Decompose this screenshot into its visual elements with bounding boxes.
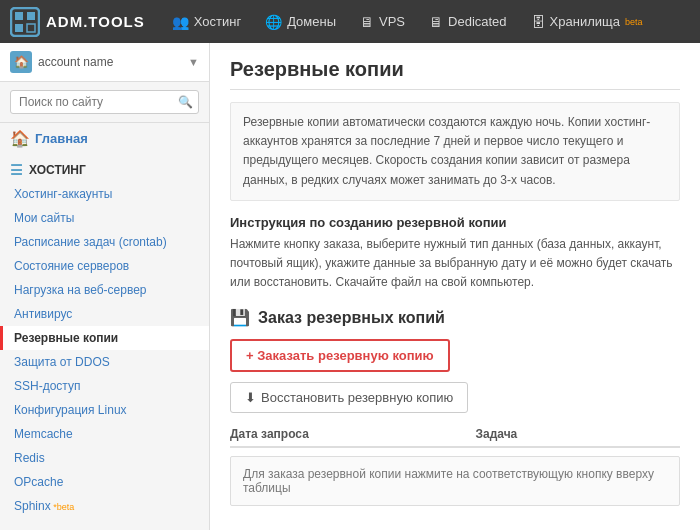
sidebar-item-my-sites[interactable]: Мои сайты [0, 206, 209, 230]
svg-rect-3 [15, 24, 23, 32]
table-header: Дата запроса Задача [230, 427, 680, 448]
account-dropdown-arrow: ▼ [188, 56, 199, 68]
table-empty-message: Для заказа резервной копии нажмите на со… [230, 456, 680, 506]
svg-rect-2 [27, 12, 35, 20]
sidebar-item-memcache[interactable]: Memcache [0, 422, 209, 446]
nav-dedicated-label: Dedicated [448, 14, 507, 29]
sidebar-item-linux-config[interactable]: Конфигурация Linux [0, 398, 209, 422]
hosting-section-label: ХОСТИНГ [29, 163, 86, 177]
sidebar: 🏠 account name ▼ 🔍 🏠 Главная ☰ ХОСТИНГ Х… [0, 43, 210, 530]
restore-backup-button[interactable]: ⬇ Восстановить резервную копию [230, 382, 468, 413]
sidebar-item-opcache[interactable]: OPcache [0, 470, 209, 494]
sidebar-item-backups[interactable]: Резервные копии [0, 326, 209, 350]
instruction-text: Нажмите кнопку заказа, выберите нужный т… [230, 235, 680, 293]
hosting-section-header: ☰ ХОСТИНГ [0, 154, 209, 182]
backup-icon: 💾 [230, 308, 250, 327]
info-text: Резервные копии автоматически создаются … [243, 113, 667, 190]
dedicated-icon: 🖥 [429, 14, 443, 30]
sphinx-beta-badge: *beta [51, 502, 75, 512]
nav-domains-label: Домены [287, 14, 336, 29]
svg-rect-4 [27, 24, 35, 32]
nav-storage[interactable]: 🗄 Хранилищаbeta [519, 0, 655, 43]
search-icon: 🔍 [178, 95, 193, 109]
sidebar-item-redis[interactable]: Redis [0, 446, 209, 470]
storage-beta-badge: beta [625, 17, 643, 27]
account-name: account name [38, 55, 182, 69]
main-content: Резервные копии Резервные копии автомати… [210, 43, 700, 530]
action-buttons-row: + Заказать резервную копию ⬇ Восстановит… [230, 339, 680, 413]
restore-download-icon: ⬇ [245, 390, 256, 405]
home-icon: 🏠 [10, 129, 30, 148]
restore-backup-label: Восстановить резервную копию [261, 390, 453, 405]
storage-icon: 🗄 [531, 14, 545, 30]
sidebar-item-antivirus[interactable]: Антивирус [0, 302, 209, 326]
nav-vps-label: VPS [379, 14, 405, 29]
main-layout: 🏠 account name ▼ 🔍 🏠 Главная ☰ ХОСТИНГ Х… [0, 43, 700, 530]
logo-text: ADM.TOOLS [46, 13, 145, 30]
sidebar-item-ddos[interactable]: Защита от DDOS [0, 350, 209, 374]
domains-icon: 🌐 [265, 14, 282, 30]
search-container: 🔍 [0, 82, 209, 123]
sidebar-item-web-load[interactable]: Нагрузка на веб-сервер [0, 278, 209, 302]
order-backup-button[interactable]: + Заказать резервную копию [230, 339, 450, 372]
account-selector[interactable]: 🏠 account name ▼ [0, 43, 209, 82]
sidebar-item-ssh[interactable]: SSH-доступ [0, 374, 209, 398]
logo[interactable]: ADM.TOOLS [10, 7, 145, 37]
top-navigation: ADM.TOOLS 👥 Хостинг 🌐 Домены 🖥 VPS 🖥 Ded… [0, 0, 700, 43]
sidebar-home[interactable]: 🏠 Главная [0, 123, 209, 154]
backup-section-title: 💾 Заказ резервных копий [230, 308, 680, 327]
sidebar-item-sphinx[interactable]: Sphinx *beta [0, 494, 209, 518]
sidebar-item-server-status[interactable]: Состояние серверов [0, 254, 209, 278]
hosting-section-icon: ☰ [10, 162, 23, 178]
page-title: Резервные копии [230, 58, 680, 90]
hosting-icon: 👥 [172, 14, 189, 30]
backup-section-label: Заказ резервных копий [258, 309, 445, 327]
logo-icon [10, 7, 40, 37]
nav-dedicated[interactable]: 🖥 Dedicated [417, 0, 519, 43]
account-icon: 🏠 [10, 51, 32, 73]
table-col-date: Дата запроса [230, 427, 475, 441]
nav-storage-label: Хранилища [550, 14, 620, 29]
sidebar-item-hosting-accounts[interactable]: Хостинг-аккаунты [0, 182, 209, 206]
instruction-title: Инструкция по созданию резервной копии [230, 215, 680, 230]
table-col-task: Задача [475, 427, 680, 441]
nav-domains[interactable]: 🌐 Домены [253, 0, 348, 43]
nav-hosting[interactable]: 👥 Хостинг [160, 0, 253, 43]
search-input[interactable] [10, 90, 199, 114]
sidebar-item-crontab[interactable]: Расписание задач (crontab) [0, 230, 209, 254]
nav-vps[interactable]: 🖥 VPS [348, 0, 417, 43]
sidebar-home-label: Главная [35, 131, 88, 146]
info-box: Резервные копии автоматически создаются … [230, 102, 680, 201]
nav-hosting-label: Хостинг [194, 14, 241, 29]
svg-rect-1 [15, 12, 23, 20]
vps-icon: 🖥 [360, 14, 374, 30]
sphinx-label: Sphinx [14, 499, 51, 513]
